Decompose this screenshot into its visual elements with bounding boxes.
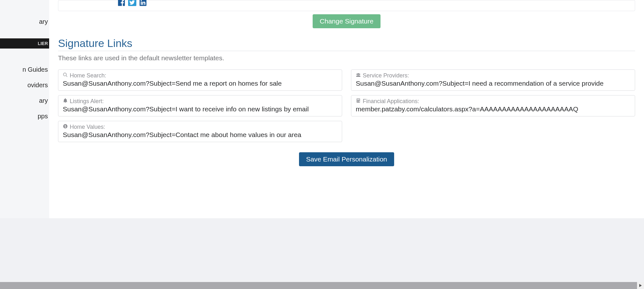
sidebar-item-0[interactable]: ary [0,14,49,30]
save-email-personalization-button[interactable]: Save Email Personalization [299,152,394,166]
bell-icon [63,98,68,105]
link-value: Susan@SusanAnthony.com?Subject=Contact m… [63,131,337,139]
facebook-icon[interactable] [117,0,126,8]
link-card-home-search[interactable]: Home Search: Susan@SusanAnthony.com?Subj… [58,69,342,91]
change-signature-button[interactable]: Change Signature [313,14,380,28]
sidebar-item-4[interactable]: ary [0,93,49,108]
link-label: Home Search: [63,72,337,79]
sidebar-item-5[interactable]: pps [0,108,49,124]
main-content: Change Signature Signature Links These l… [49,0,644,218]
twitter-icon[interactable] [128,0,136,6]
link-label: Service Providers: [356,72,630,79]
link-value: Susan@SusanAnthony.com?Subject=I need a … [356,80,630,87]
signature-links-grid: Home Search: Susan@SusanAnthony.com?Subj… [58,69,635,142]
scrollbar-thumb[interactable] [0,282,637,289]
link-card-financial-applications[interactable]: Financial Applications: member.patzaby.c… [351,95,635,116]
link-label: Financial Applications: [356,98,630,105]
link-label: Listings Alert: [63,98,337,105]
calculator-icon [356,98,361,105]
link-card-service-providers[interactable]: Service Providers: Susan@SusanAnthony.co… [351,69,635,91]
users-icon [356,72,361,79]
signature-preview-card [58,0,635,11]
sidebar: ary LIER n Guides oviders ary pps [0,0,49,218]
horizontal-scrollbar[interactable] [0,282,644,289]
sidebar-item-1[interactable]: LIER [0,38,49,49]
section-title: Signature Links [58,37,635,51]
link-card-home-values[interactable]: Home Values: Susan@SusanAnthony.com?Subj… [58,121,342,142]
link-label: Home Values: [63,124,337,130]
section-subtitle: These links are used in the default news… [58,54,635,62]
sidebar-item-3[interactable]: oviders [0,77,49,93]
scroll-right-arrow[interactable] [637,282,644,289]
signature-social-icons [117,0,147,8]
link-card-listings-alert[interactable]: Listings Alert: Susan@SusanAnthony.com?S… [58,95,342,116]
dollar-icon [63,124,68,130]
link-value: Susan@SusanAnthony.com?Subject=Send me a… [63,80,337,87]
sidebar-item-2[interactable]: n Guides [0,62,49,77]
link-value: Susan@SusanAnthony.com?Subject=I want to… [63,105,337,113]
link-value: member.patzaby.com/calculators.aspx?a=AA… [356,105,630,113]
linkedin-icon[interactable] [139,0,147,8]
search-icon [63,72,68,79]
